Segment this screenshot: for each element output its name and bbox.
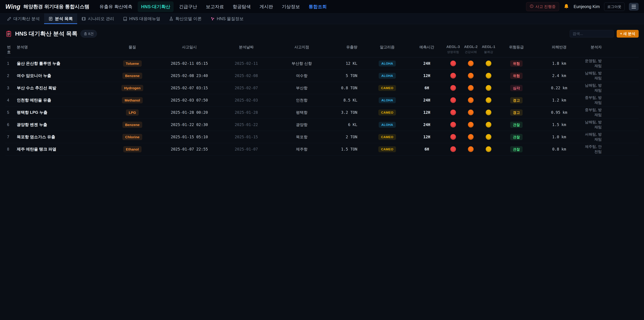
spill-amount: 12 KL	[334, 57, 365, 70]
alert-icon	[530, 4, 534, 9]
tab-5[interactable]: 확산모델 이론	[165, 14, 206, 24]
table-row[interactable]: 7목포항 염소가스 유출Chlorine2025-01-15 05:102025…	[5, 131, 639, 143]
aegl3-level-indicator	[450, 85, 456, 91]
aegl1-level-indicator	[486, 146, 492, 152]
column-header-location: 사고지점	[270, 43, 334, 57]
aegl1-cell	[480, 70, 498, 82]
logout-button[interactable]: 로그아웃	[604, 3, 624, 11]
menu-item-1[interactable]: 유출유 확산예측	[96, 1, 136, 12]
algorithm-cell: CAMEO	[365, 106, 410, 119]
aegl1-level-indicator	[486, 134, 492, 140]
tab-3[interactable]: 시나리오 관리	[77, 14, 118, 24]
table-row[interactable]: 3부산 수소 추진선 폭발Hydrogen2025-02-07 03:15202…	[5, 82, 639, 94]
aegl1-level-indicator	[486, 110, 492, 115]
column-header-aegl2: AEGL-2건강피해	[462, 43, 480, 57]
column-header-aegl3: AEGL-3생명위험	[444, 43, 462, 57]
table-row[interactable]: 4인천항 메탄올 유출Methanol2025-02-03 07:502025-…	[5, 94, 639, 106]
aegl3-level-indicator	[450, 122, 456, 128]
accident-datetime: 2025-02-07 03:15	[156, 82, 222, 94]
column-header-aegl1: AEGL-1불쾌감	[480, 43, 498, 57]
risk-grade-badge: 경고	[510, 109, 522, 116]
aegl1-level-indicator	[486, 73, 492, 79]
incident-status-badge[interactable]: 사고 진행중	[526, 2, 559, 11]
main-content: HNS 대기확산 분석 목록 총 8건 + 새 분석 번호분석명물질사고일시분석…	[0, 24, 644, 155]
substance-badge: Benzene	[122, 73, 142, 79]
main-menu: 유출유 확산예측HNS·대기확산긴급구난보고자료항공탐색게시판기상정보통합조회	[96, 1, 330, 12]
tab-label: HNS 물질정보	[217, 16, 244, 22]
incident-status-text: 사고 진행중	[535, 4, 556, 9]
notification-bell-button[interactable]	[564, 4, 569, 10]
substance-badge: Ethanol	[123, 146, 142, 152]
risk-cell: 관찰	[498, 119, 536, 131]
aegl3-cell	[444, 131, 462, 143]
column-header-algorithm: 알고리즘	[365, 43, 410, 57]
spill-amount: 0.8 TON	[334, 82, 365, 94]
row-number: 2	[5, 70, 17, 82]
new-analysis-button[interactable]: + 새 분석	[617, 30, 639, 38]
risk-cell: 경고	[498, 94, 536, 106]
algorithm-cell: ALOHA	[365, 57, 410, 70]
spill-amount: 2 TON	[334, 131, 365, 143]
table-row[interactable]: 1울산 온산항 톨루엔 누출Toluene2025-02-11 05:15202…	[5, 57, 639, 70]
analysis-name: 광양항 벤젠 누출	[17, 119, 109, 131]
app-title: 해양환경 위기대응 통합시스템	[24, 3, 90, 10]
tab-6[interactable]: HNS 물질정보	[206, 14, 248, 24]
risk-cell: 관찰	[498, 131, 536, 143]
menu-item-3[interactable]: 긴급구난	[176, 1, 200, 12]
navbar-right: 사고 진행중 Eunjeong Kim 로그아웃	[526, 2, 639, 11]
forecast-hours: 24H	[410, 94, 444, 106]
analysis-date: 2025-01-22	[222, 119, 270, 131]
damage-radius: 0.22 km	[535, 82, 583, 94]
analysis-name: 목포항 염소가스 유출	[17, 131, 109, 143]
risk-cell: 경고	[498, 106, 536, 119]
aegl1-cell	[480, 82, 498, 94]
table-row[interactable]: 2여수 암모니아 누출Benzene2025-02-08 23:402025-0…	[5, 70, 639, 82]
forecast-hours: 24H	[410, 57, 444, 70]
page-header: HNS 대기확산 분석 목록 총 8건 + 새 분석	[5, 24, 639, 38]
tab-4[interactable]: HNS 대응매뉴얼	[118, 14, 165, 24]
menu-item-2[interactable]: HNS·대기확산	[138, 1, 174, 12]
accident-datetime: 2025-01-28 00:20	[156, 106, 222, 119]
analysis-name: 제주 에탄올 탱크 파열	[17, 143, 109, 155]
table-row[interactable]: 8제주 에탄올 탱크 파열Ethanol2025-01-07 22:552025…	[5, 143, 639, 155]
algorithm-badge: ALOHA	[379, 73, 396, 79]
algorithm-cell: ALOHA	[365, 94, 410, 106]
algorithm-cell: ALOHA	[365, 119, 410, 131]
substance-cell: Toluene	[108, 57, 156, 70]
tab-2[interactable]: 분석 목록	[44, 14, 77, 24]
menu-toggle-button[interactable]	[629, 3, 639, 11]
algorithm-badge: CAMEO	[378, 85, 396, 91]
aegl1-cell	[480, 131, 498, 143]
hamburger-icon	[632, 5, 636, 9]
substance-cell: Hydrogen	[108, 82, 156, 94]
menu-item-5[interactable]: 항공탐색	[229, 1, 254, 12]
tab-1[interactable]: 대기확산 분석	[3, 14, 44, 24]
column-header-substance: 물질	[108, 43, 156, 57]
accident-location: 인천항	[270, 94, 334, 106]
column-header-analyst: 분석자	[583, 43, 639, 57]
aegl1-cell	[480, 143, 498, 155]
row-number: 4	[5, 94, 17, 106]
bell-icon	[564, 4, 569, 10]
column-header-forecast: 예측시간	[410, 43, 444, 57]
algorithm-badge: CAMEO	[378, 146, 396, 152]
column-header-no: 번호	[5, 43, 17, 57]
menu-item-6[interactable]: 게시판	[256, 1, 276, 12]
substance-cell: Benzene	[108, 119, 156, 131]
table-row[interactable]: 5평택항 LPG 누출LPG2025-01-28 00:202025-01-28…	[5, 106, 639, 119]
risk-grade-badge: 심각	[510, 85, 522, 91]
aegl2-level-indicator	[468, 61, 474, 66]
damage-radius: 1.5 km	[535, 119, 583, 131]
search-input[interactable]	[570, 30, 614, 38]
table-row[interactable]: 6광양항 벤젠 누출Benzene2025-01-22 02:302025-01…	[5, 119, 639, 131]
menu-item-8[interactable]: 통합조회	[305, 1, 330, 12]
damage-radius: 1.2 km	[535, 94, 583, 106]
film-icon	[82, 17, 86, 21]
aegl1-cell	[480, 119, 498, 131]
menu-item-7[interactable]: 기상정보	[278, 1, 303, 12]
menu-item-4[interactable]: 보고자료	[202, 1, 227, 12]
tab-label: 확산모델 이론	[176, 16, 202, 22]
algorithm-badge: ALOHA	[379, 61, 396, 67]
forecast-hours: 12H	[410, 106, 444, 119]
aegl3-level-indicator	[450, 97, 456, 103]
